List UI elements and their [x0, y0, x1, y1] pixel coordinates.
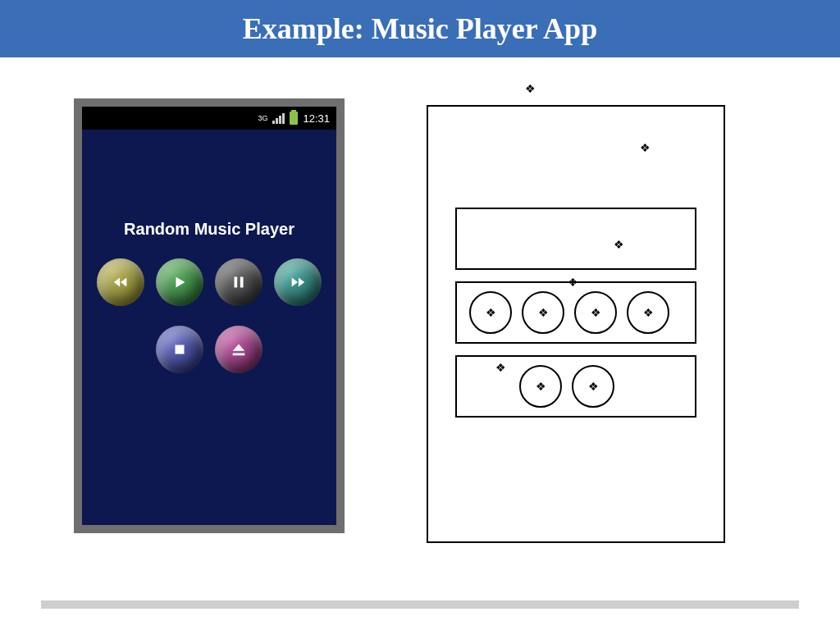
- clock: 12:31: [303, 112, 330, 125]
- diamond-icon: ❖: [568, 276, 578, 290]
- pause-button[interactable]: [215, 258, 262, 306]
- circle: ❖: [627, 291, 669, 334]
- pause-icon: [230, 273, 248, 291]
- rewind-button[interactable]: [97, 258, 144, 306]
- diamond-icon: ❖: [538, 306, 549, 320]
- diamond-icon: ❖: [640, 141, 651, 155]
- diamond-icon: ❖: [591, 306, 601, 320]
- title-box: [455, 208, 696, 270]
- circle: ❖: [572, 365, 614, 408]
- eject-button[interactable]: [215, 326, 262, 373]
- network-icon: 3G: [258, 115, 267, 122]
- circle: ❖: [574, 291, 617, 334]
- diamond-icon: ❖: [495, 361, 506, 375]
- row2-circles: ❖ ❖: [519, 365, 614, 408]
- footer-divider: [41, 600, 799, 609]
- slide-title: Example: Music Player App: [0, 0, 840, 57]
- forward-button[interactable]: [274, 258, 322, 306]
- phone-frame: 3G 12:31 Random Music Player: [74, 98, 345, 533]
- controls-row-1: [82, 258, 336, 306]
- layout-diagram: ❖ ❖ ❖ ❖ ❖ ❖ ❖ ❖ ❖ ❖ ❖: [410, 89, 738, 548]
- circle: ❖: [522, 291, 564, 334]
- status-bar: 3G 12:31: [82, 107, 336, 130]
- diamond-icon: ❖: [525, 82, 536, 96]
- controls-row-2: [82, 326, 336, 373]
- app-title: Random Music Player: [82, 220, 336, 239]
- stop-icon: [171, 340, 189, 358]
- slide-body: 3G 12:31 Random Music Player: [0, 57, 840, 548]
- eject-icon: [230, 340, 248, 358]
- circle: ❖: [519, 365, 562, 408]
- battery-icon: [290, 112, 298, 125]
- stop-button[interactable]: [156, 326, 203, 373]
- circle: ❖: [469, 291, 512, 334]
- play-icon: [171, 273, 189, 291]
- diamond-icon: ❖: [536, 380, 546, 394]
- forward-icon: [289, 273, 307, 291]
- play-button[interactable]: [156, 258, 203, 306]
- diamond-icon: ❖: [643, 306, 654, 320]
- diamond-icon: ❖: [486, 306, 496, 320]
- row1-circles: ❖ ❖ ❖ ❖: [469, 291, 669, 334]
- signal-icon: [272, 113, 285, 124]
- phone-screen: 3G 12:31 Random Music Player: [82, 107, 336, 525]
- diamond-icon: ❖: [614, 238, 624, 252]
- rewind-icon: [112, 273, 130, 291]
- diamond-icon: ❖: [588, 380, 599, 394]
